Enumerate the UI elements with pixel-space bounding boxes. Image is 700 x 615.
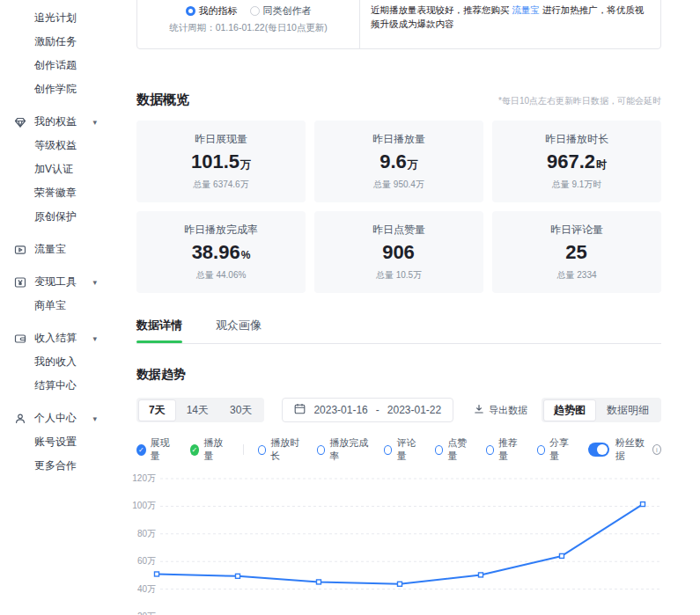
radio-unselected-icon: [317, 445, 325, 455]
y-axis-tick-label: 100万: [132, 501, 156, 510]
date-range-picker[interactable]: 2023-01-16 - 2023-01-22: [282, 398, 453, 422]
tab-data-detail[interactable]: 数据详情: [136, 318, 182, 343]
radio-selected-icon: [186, 6, 195, 16]
stat-total: 总量 2334: [556, 269, 596, 282]
sidebar-item-verification[interactable]: 加V认证: [0, 157, 132, 181]
sidebar-item-more-cooperation[interactable]: 更多合作: [0, 454, 132, 478]
main-content: 我的指标 同类创作者 统计周期：01.16-01.22(每日10点更新) 近期播…: [132, 0, 700, 615]
sidebar-item-honor-badges[interactable]: 荣誉徽章: [0, 181, 132, 205]
data-point-marker: [398, 582, 402, 586]
sidebar-item-my-income[interactable]: 我的收入: [0, 350, 132, 374]
stat-total: 总量 44.06%: [196, 269, 247, 282]
overview-section-title: 数据概览: [136, 92, 189, 108]
range-14d-button[interactable]: 14天: [176, 399, 219, 421]
metric-radio-completion-rate[interactable]: 播放完成率: [317, 436, 369, 463]
stat-value: 967.2: [547, 150, 595, 172]
range-7d-button[interactable]: 7天: [138, 399, 176, 421]
sidebar-item-label: 我的权益: [34, 114, 77, 129]
stat-title: 昨日展现量: [195, 132, 247, 147]
stat-title: 昨日点赞量: [372, 223, 425, 238]
metric-radio-likes[interactable]: 点赞量: [435, 436, 471, 463]
detail-tabs: 数据详情 观众画像: [136, 318, 661, 344]
stat-unit: 万: [240, 158, 251, 171]
download-icon: [474, 404, 484, 416]
metrics-period-card: 我的指标 同类创作者 统计周期：01.16-01.22(每日10点更新) 近期播…: [136, 0, 661, 49]
stat-value: 101.5: [191, 150, 239, 172]
sidebar-item-account-settings[interactable]: 账号设置: [0, 430, 132, 454]
metric-selector-row: ✓展现量 ✓播放量 播放时长 播放完成率 评论量 点赞量 推荐量 分享量 粉丝数…: [136, 436, 661, 463]
data-point-marker: [236, 574, 240, 578]
view-data-detail-button[interactable]: 数据明细: [596, 399, 659, 421]
sidebar-item-label: 激励任务: [34, 34, 77, 49]
sidebar-item-label: 收入结算: [34, 331, 77, 346]
traffic-booster-link[interactable]: 流量宝: [512, 4, 540, 15]
metric-radio-recommendations[interactable]: 推荐量: [486, 436, 522, 463]
sidebar-item-personal-center[interactable]: 个人中心 ▾: [0, 406, 132, 430]
stat-card-watch-time: 昨日播放时长 967.2时 总量 9.1万时: [492, 121, 661, 202]
tab-audience-profile[interactable]: 观众画像: [216, 318, 262, 343]
tab-label: 数据详情: [136, 318, 182, 340]
yuan-icon: [14, 276, 26, 289]
sidebar-item-label: 账号设置: [34, 435, 77, 450]
sidebar-item-label: 创作话题: [34, 58, 77, 73]
sidebar-item-my-benefits[interactable]: 我的权益 ▾: [0, 110, 132, 134]
sidebar-item-income-settlement[interactable]: 收入结算 ▾: [0, 326, 132, 350]
stat-period-text: 统计周期：01.16-01.22(每日10点更新): [169, 22, 328, 34]
metric-radio-shares[interactable]: 分享量: [537, 436, 573, 463]
y-axis-tick-label: 20万: [137, 611, 156, 615]
view-mode-switch: 趋势图 数据明细: [542, 398, 661, 422]
sidebar-item-commercial-orders[interactable]: 商单宝: [0, 294, 132, 318]
fans-data-label: 粉丝数据: [615, 436, 646, 463]
export-label: 导出数据: [489, 404, 527, 417]
sidebar-item-original-protection[interactable]: 原创保护: [0, 205, 132, 229]
sidebar-item-creation-academy[interactable]: 创作学院: [0, 77, 132, 101]
info-icon: i: [652, 444, 661, 455]
tab-label: 观众画像: [216, 318, 262, 340]
sidebar-item-creation-topics[interactable]: 创作话题: [0, 54, 132, 77]
sidebar-item-label: 荣誉徽章: [34, 186, 77, 201]
metric-label: 分享量: [549, 436, 573, 463]
radio-label: 我的指标: [199, 4, 238, 18]
sidebar-item-label: 流量宝: [34, 242, 66, 257]
radio-peer-creators[interactable]: 同类创作者: [250, 4, 312, 18]
sidebar-item-label: 原创保护: [34, 209, 77, 224]
sidebar-item-monetization-tools[interactable]: 变现工具 ▾: [0, 270, 132, 294]
view-trend-chart-button[interactable]: 趋势图: [543, 399, 596, 421]
sidebar-item-level-benefits[interactable]: 等级权益: [0, 134, 132, 157]
sidebar-item-label: 等级权益: [34, 138, 77, 153]
stat-card-likes: 昨日点赞量 906 总量 10.5万: [314, 211, 483, 293]
stat-title: 昨日评论量: [550, 223, 603, 238]
radio-unselected-icon: [384, 445, 392, 455]
metric-radio-watch-time[interactable]: 播放时长: [258, 436, 302, 463]
sidebar-item-label: 我的收入: [34, 355, 77, 370]
sidebar-item-incentive-tasks[interactable]: 激励任务: [0, 30, 132, 54]
trend-filter-row: 7天 14天 30天 2023-01-16 - 2023-01-22 导出数据: [136, 398, 661, 422]
promo-text: 近期播放量表现较好，推荐您购买: [371, 4, 512, 15]
calendar-icon: [294, 403, 306, 417]
metric-checkbox-impressions[interactable]: ✓展现量: [136, 436, 174, 463]
data-point-marker: [155, 572, 159, 576]
metric-label: 推荐量: [498, 436, 522, 463]
gem-icon: [14, 116, 26, 128]
range-30d-button[interactable]: 30天: [219, 399, 262, 421]
stat-value: 906: [382, 241, 415, 263]
metric-label: 播放时长: [270, 436, 302, 463]
data-point-marker: [479, 573, 483, 577]
export-data-button[interactable]: 导出数据: [474, 404, 527, 417]
stat-title: 昨日播放时长: [545, 132, 608, 147]
person-icon: [14, 413, 26, 425]
sidebar-item-label: 加V认证: [34, 162, 73, 177]
metric-label: 播放完成率: [329, 436, 369, 463]
metric-radio-comments[interactable]: 评论量: [384, 436, 420, 463]
radio-my-metrics[interactable]: 我的指标: [186, 4, 238, 18]
sidebar-item-settlement-center[interactable]: 结算中心: [0, 374, 132, 398]
chevron-down-icon: ▾: [92, 414, 97, 423]
sidebar-item-label: 变现工具: [34, 275, 77, 289]
radio-unselected-icon: [258, 445, 266, 455]
metric-checkbox-plays[interactable]: ✓播放量: [190, 436, 228, 463]
sidebar-item-traffic-booster[interactable]: 流量宝: [0, 238, 132, 261]
stat-total: 总量 9.1万时: [552, 179, 602, 191]
fans-data-toggle[interactable]: [588, 443, 609, 457]
sidebar-item-chase-light-plan[interactable]: 追光计划: [0, 6, 132, 30]
stat-card-impressions: 昨日展现量 101.5万 总量 6374.6万: [136, 121, 306, 202]
